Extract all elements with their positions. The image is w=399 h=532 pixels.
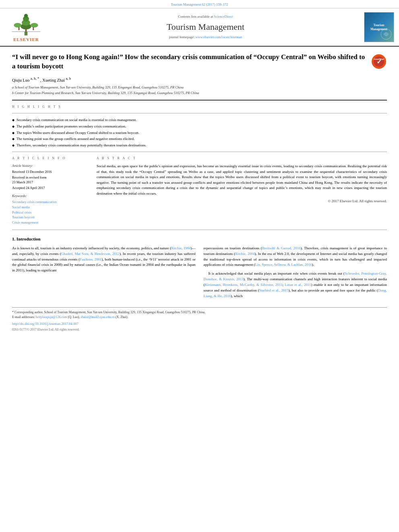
keyword-5[interactable]: Crisis management bbox=[12, 220, 88, 225]
keywords-label: Keywords: bbox=[12, 194, 88, 199]
main-content: “I will never go to Hong Kong again!” Ho… bbox=[0, 47, 399, 336]
intro-p2: repercussions on tourism destinations (B… bbox=[204, 246, 387, 268]
author1-superscript: a, b, * bbox=[31, 76, 39, 80]
intro-two-col: As is known to all, tourism is an indust… bbox=[12, 246, 387, 302]
keyword-4[interactable]: Tourism boycott bbox=[12, 215, 88, 220]
email-link-2[interactable]: zhaixt@mail2.sysu.edu.cn bbox=[80, 315, 114, 319]
crossmark-icon: ✓ CrossMark bbox=[372, 54, 386, 69]
ref-dong[interactable]: Dong, Liang, & He, 2016 bbox=[204, 288, 387, 298]
bullet-icon-2: ◆ bbox=[12, 124, 14, 129]
email-link-1[interactable]: bettyluoqiuju@126.com bbox=[36, 315, 67, 319]
bullet-icon-4: ◆ bbox=[12, 137, 14, 142]
bullet-icon-5: ◆ bbox=[12, 143, 14, 148]
issn-line: 0261-5177/© 2017 Elsevier Ltd. All right… bbox=[12, 327, 387, 332]
ref-breitsohl[interactable]: Breitsohl & Garrod, 2016 bbox=[262, 246, 300, 250]
intro-col-left: As is known to all, tourism is an indust… bbox=[12, 246, 195, 302]
divider-highlights-bottom bbox=[12, 152, 387, 152]
contents-availability: Contents lists available at ScienceDirec… bbox=[52, 14, 359, 19]
elsevier-brand-text: ELSEVIER bbox=[13, 37, 39, 43]
footnote-corresponding: * Corresponding author. School of Touris… bbox=[12, 310, 387, 315]
homepage-link[interactable]: www.elsevier.com/locate/tourman bbox=[195, 35, 242, 39]
body-section: 1. Introduction As is known to all, tour… bbox=[12, 236, 387, 302]
elsevier-logo: ELSEVIER bbox=[4, 12, 48, 43]
revised-date: Received in revised form23 March 2017 bbox=[12, 175, 88, 185]
doi-link[interactable]: http://dx.doi.org/10.1016/j.tourman.2017… bbox=[12, 322, 78, 326]
intro-p1: As is known to all, tourism is an indust… bbox=[12, 246, 195, 274]
ref-starbird[interactable]: Starbird et al., 2015 bbox=[259, 288, 288, 292]
highlights-label: H I G H L I G H T S bbox=[12, 105, 387, 109]
journal-logo-right: TourismManagement bbox=[363, 12, 395, 43]
author2-superscript: a, b bbox=[66, 76, 71, 80]
ref-kietzmann[interactable]: Kietzmann, Hermkens, McCarthy, & Silvest… bbox=[205, 283, 282, 287]
journal-title: Tourism Management bbox=[52, 21, 359, 33]
article-title-section: “I will never go to Hong Kong again!” Ho… bbox=[12, 53, 387, 71]
abstract-label: A B S T R A C T bbox=[97, 156, 387, 160]
highlight-2: ◆ The public's online participation prom… bbox=[12, 124, 387, 129]
ref-faulkner[interactable]: Faulkner, 2001 bbox=[80, 257, 101, 261]
accepted-date: Accepted 24 April 2017 bbox=[12, 186, 88, 191]
affiliation-b: b Center for Tourism Planning and Resear… bbox=[12, 91, 387, 96]
homepage-line: journal homepage: www.elsevier.com/locat… bbox=[52, 35, 359, 40]
journal-header: ELSEVIER Contents lists available at Sci… bbox=[0, 8, 399, 47]
intro-heading: 1. Introduction bbox=[12, 236, 387, 242]
ref-schroeder[interactable]: Schroeder, Pennington-Gray, Donohoe, & K… bbox=[204, 271, 387, 281]
journal-citation: Tourism Management 62 (2017) 159–172 bbox=[171, 2, 228, 6]
svg-rect-9 bbox=[33, 27, 34, 30]
ref-lotan[interactable]: Lotan et al., 2011 bbox=[285, 283, 311, 287]
svg-point-6 bbox=[14, 23, 21, 27]
affiliation-a: a School of Tourism Management, Sun Yat-… bbox=[12, 85, 387, 90]
footnote-email: E-mail addresses: bettyluoqiuju@126.com … bbox=[12, 315, 387, 320]
svg-rect-7 bbox=[19, 27, 20, 30]
intro-col-right: repercussions on tourism destinations (B… bbox=[204, 246, 387, 302]
intro-p3: It is acknowledged that social media pla… bbox=[204, 271, 387, 299]
footnote-area: * Corresponding author. School of Touris… bbox=[12, 307, 387, 332]
journal-cover-image: TourismManagement bbox=[364, 12, 394, 42]
author-separator: , Xueting Zhai bbox=[40, 78, 66, 82]
keyword-3[interactable]: Political crisis bbox=[12, 210, 88, 215]
journal-center-header: Contents lists available at ScienceDirec… bbox=[52, 12, 359, 43]
journal-cover-text: TourismManagement bbox=[369, 22, 389, 33]
highlight-3: ◆ The topics Weibo users discussed about… bbox=[12, 130, 387, 136]
journal-citation-bar: Tourism Management 62 (2017) 159–172 bbox=[0, 0, 399, 8]
ref-ritchie-2004[interactable]: Ritchie, 2004 bbox=[235, 252, 255, 256]
bullet-icon-3: ◆ bbox=[12, 131, 14, 136]
author1-name: Qiuju Luo bbox=[12, 78, 31, 82]
highlight-1: ◆ Secondary crisis communication on soci… bbox=[12, 117, 387, 123]
article-history-label: Article history: bbox=[12, 164, 88, 168]
ref-lin[interactable]: Lin, Spence, Sellnow, & Lachlan, 2016 bbox=[255, 263, 312, 267]
article-info-column: A R T I C L E I N F O Article history: R… bbox=[12, 156, 88, 226]
highlight-5: ◆ Therefore, secondary crisis communicat… bbox=[12, 143, 387, 148]
info-abstract-section: A R T I C L E I N F O Article history: R… bbox=[12, 156, 387, 226]
svg-point-8 bbox=[31, 23, 38, 27]
ref-ghaderi[interactable]: Ghaderi, Mat Som, & Henderson, 2012 bbox=[61, 252, 119, 256]
highlight-4: ◆ The turning point was the group confli… bbox=[12, 136, 387, 142]
article-info-label: A R T I C L E I N F O bbox=[12, 156, 88, 160]
copyright-line: © 2017 Elsevier Ltd. All rights reserved… bbox=[97, 199, 387, 204]
elsevier-tree-icon bbox=[10, 12, 42, 36]
abstract-column: A B S T R A C T Social media, an open sp… bbox=[97, 156, 387, 226]
sciencedirect-link[interactable]: ScienceDirect bbox=[214, 14, 233, 18]
divider-after-authors bbox=[12, 100, 387, 101]
bullet-icon-1: ◆ bbox=[12, 118, 14, 123]
article-title: “I will never go to Hong Kong again!” Ho… bbox=[12, 53, 368, 71]
svg-text:CrossMark: CrossMark bbox=[373, 58, 385, 61]
keyword-1[interactable]: Secondary crisis communication bbox=[12, 200, 88, 205]
keyword-2[interactable]: Social media bbox=[12, 205, 88, 210]
crossmark-badge[interactable]: ✓ CrossMark bbox=[372, 54, 387, 70]
received-date: Received 13 December 2016 bbox=[12, 170, 88, 175]
abstract-text: Social media, an open space for the publ… bbox=[97, 164, 387, 196]
divider-body-start bbox=[12, 230, 387, 230]
svg-point-5 bbox=[24, 14, 28, 17]
page: Tourism Management 62 (2017) 159–172 bbox=[0, 0, 399, 532]
crossmark-svg: ✓ CrossMark bbox=[373, 56, 385, 67]
doi-line: http://dx.doi.org/10.1016/j.tourman.2017… bbox=[12, 321, 387, 327]
highlights-section: H I G H L I G H T S ◆ Secondary crisis c… bbox=[12, 105, 387, 152]
divider-highlights-top bbox=[12, 113, 387, 113]
ref-ritchie-1984[interactable]: Ritchie, 1984 bbox=[171, 246, 191, 250]
authors-line: Qiuju Luo a, b, * , Xueting Zhai a, b bbox=[12, 76, 387, 83]
